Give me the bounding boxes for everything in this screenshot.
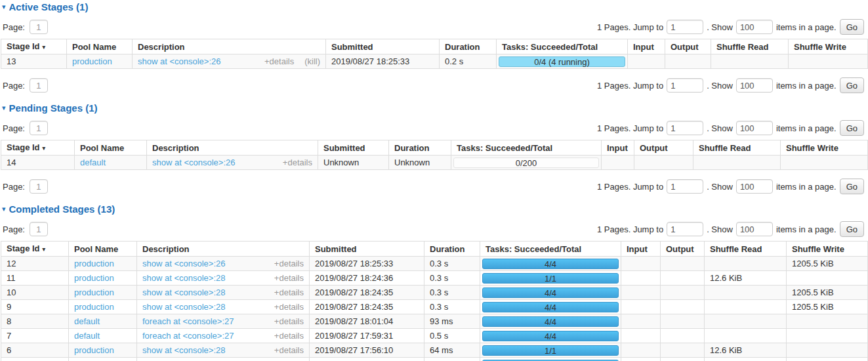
go-button[interactable]: Go bbox=[840, 221, 864, 237]
column-header-duration[interactable]: Duration bbox=[424, 242, 480, 257]
column-header-pool-name[interactable]: Pool Name bbox=[69, 242, 137, 257]
column-header-shuffle-read[interactable]: Shuffle Read bbox=[705, 242, 787, 257]
pool-name-link[interactable]: production bbox=[74, 273, 114, 283]
pool-name-cell: default bbox=[75, 156, 147, 170]
details-toggle[interactable]: +details bbox=[274, 259, 304, 268]
kill-link[interactable]: (kill) bbox=[304, 56, 320, 66]
column-header-shuffle-read[interactable]: Shuffle Read bbox=[693, 140, 781, 156]
shuffle-read-cell bbox=[705, 257, 787, 271]
details-toggle[interactable]: +details bbox=[264, 56, 294, 66]
shuffle-write-cell bbox=[787, 271, 868, 286]
show-items-input[interactable] bbox=[736, 78, 773, 93]
details-toggle[interactable]: +details bbox=[283, 158, 312, 167]
details-toggle[interactable]: +details bbox=[274, 302, 304, 312]
column-header-output[interactable]: Output bbox=[634, 140, 693, 156]
stage-description-link[interactable]: show at <console>:26 bbox=[152, 158, 235, 167]
jump-to-input[interactable] bbox=[667, 121, 703, 135]
column-header-shuffle-write[interactable]: Shuffle Write bbox=[781, 140, 868, 156]
jump-to-input[interactable] bbox=[667, 179, 703, 194]
pool-name-link[interactable]: production bbox=[72, 56, 112, 66]
stage-description-link[interactable]: show at <console>:26 bbox=[142, 259, 225, 268]
collapse-arrow-icon: ▾ bbox=[2, 3, 6, 11]
stage-id-cell: 14 bbox=[1, 156, 75, 170]
stage-description-link[interactable]: show at <console>:26 bbox=[138, 56, 220, 66]
tasks-cell: 4/4 bbox=[480, 358, 621, 361]
show-items-input[interactable] bbox=[736, 20, 773, 34]
jump-to-input[interactable] bbox=[667, 78, 703, 93]
completed-stages-header[interactable]: ▾ Completed Stages (13) bbox=[2, 203, 868, 215]
pool-name-link[interactable]: default bbox=[74, 316, 100, 326]
jump-to-input[interactable] bbox=[667, 222, 703, 236]
details-toggle[interactable]: +details bbox=[274, 316, 304, 326]
duration-cell: 0.3 s bbox=[424, 300, 480, 314]
column-header-tasks[interactable]: Tasks: Succeeded/Total bbox=[451, 140, 602, 156]
output-cell bbox=[634, 156, 693, 170]
page-number-input[interactable] bbox=[30, 121, 48, 135]
details-toggle[interactable]: +details bbox=[274, 287, 304, 297]
column-header-description[interactable]: Description bbox=[147, 140, 318, 156]
column-header-stage-id[interactable]: Stage Id ▾ bbox=[1, 242, 69, 257]
column-header-output[interactable]: Output bbox=[661, 242, 705, 257]
go-button[interactable]: Go bbox=[840, 120, 864, 136]
shuffle-write-cell bbox=[787, 343, 868, 358]
column-header-output[interactable]: Output bbox=[665, 39, 711, 54]
show-items-input[interactable] bbox=[736, 121, 773, 135]
stage-row: 10productionshow at <console>:28+details… bbox=[1, 286, 868, 300]
task-progress-bar: 4/4 bbox=[482, 287, 619, 298]
column-header-shuffle-write[interactable]: Shuffle Write bbox=[787, 242, 868, 257]
stage-id-cell: 7 bbox=[1, 329, 69, 343]
column-header-stage-id[interactable]: Stage Id ▾ bbox=[1, 39, 67, 54]
details-toggle[interactable]: +details bbox=[274, 331, 304, 341]
stage-description-link[interactable]: foreach at <console>:27 bbox=[142, 331, 234, 341]
page-number-input[interactable] bbox=[30, 222, 48, 236]
pool-name-link[interactable]: default bbox=[80, 158, 106, 167]
input-cell bbox=[602, 156, 634, 170]
column-header-shuffle-read[interactable]: Shuffle Read bbox=[711, 39, 789, 54]
stage-description-link[interactable]: show at <console>:28 bbox=[142, 345, 225, 355]
details-toggle[interactable]: +details bbox=[274, 345, 304, 355]
column-header-pool-name[interactable]: Pool Name bbox=[75, 140, 147, 156]
stage-row: 5productionshow at <console>:28+details2… bbox=[1, 358, 868, 361]
pending-stages-header[interactable]: ▾ Pending Stages (1) bbox=[2, 102, 868, 114]
show-items-input[interactable] bbox=[736, 222, 773, 236]
column-header-submitted[interactable]: Submitted bbox=[326, 39, 440, 54]
column-header-tasks[interactable]: Tasks: Succeeded/Total bbox=[497, 39, 628, 54]
pool-name-link[interactable]: production bbox=[74, 302, 114, 312]
column-header-duration[interactable]: Duration bbox=[389, 140, 451, 156]
pool-name-cell: production bbox=[69, 286, 137, 300]
jump-to-input[interactable] bbox=[667, 20, 703, 34]
details-toggle[interactable]: +details bbox=[274, 273, 304, 283]
collapse-arrow-icon: ▾ bbox=[2, 104, 6, 112]
table-header-row: Stage Id ▾Pool NameDescriptionSubmittedD… bbox=[1, 242, 868, 257]
column-header-stage-id[interactable]: Stage Id ▾ bbox=[1, 140, 75, 156]
pool-name-link[interactable]: default bbox=[74, 331, 100, 341]
page-number-input[interactable] bbox=[30, 78, 48, 93]
duration-cell: 0.5 s bbox=[424, 329, 480, 343]
page-number-input[interactable] bbox=[30, 179, 48, 194]
column-header-input[interactable]: Input bbox=[621, 242, 661, 257]
active-stages-header[interactable]: ▾ Active Stages (1) bbox=[2, 1, 868, 12]
column-header-shuffle-write[interactable]: Shuffle Write bbox=[789, 39, 868, 54]
column-header-input[interactable]: Input bbox=[628, 39, 665, 54]
pool-name-link[interactable]: production bbox=[74, 345, 114, 355]
column-header-submitted[interactable]: Submitted bbox=[310, 242, 424, 257]
input-cell bbox=[621, 329, 661, 343]
column-header-duration[interactable]: Duration bbox=[440, 39, 497, 54]
stage-description-link[interactable]: foreach at <console>:27 bbox=[142, 316, 234, 326]
show-items-input[interactable] bbox=[736, 179, 773, 194]
stage-description-link[interactable]: show at <console>:28 bbox=[142, 302, 225, 312]
column-header-input[interactable]: Input bbox=[602, 140, 634, 156]
go-button[interactable]: Go bbox=[840, 179, 864, 194]
stage-description-link[interactable]: show at <console>:28 bbox=[142, 287, 225, 297]
go-button[interactable]: Go bbox=[840, 19, 864, 35]
page-number-input[interactable] bbox=[30, 20, 48, 34]
pool-name-link[interactable]: production bbox=[74, 287, 114, 297]
go-button[interactable]: Go bbox=[840, 77, 864, 93]
column-header-pool-name[interactable]: Pool Name bbox=[67, 39, 133, 54]
pool-name-link[interactable]: production bbox=[74, 259, 114, 268]
stage-description-link[interactable]: show at <console>:28 bbox=[142, 273, 225, 283]
column-header-description[interactable]: Description bbox=[133, 39, 326, 54]
column-header-tasks[interactable]: Tasks: Succeeded/Total bbox=[480, 242, 621, 257]
column-header-description[interactable]: Description bbox=[137, 242, 310, 257]
column-header-submitted[interactable]: Submitted bbox=[318, 140, 389, 156]
